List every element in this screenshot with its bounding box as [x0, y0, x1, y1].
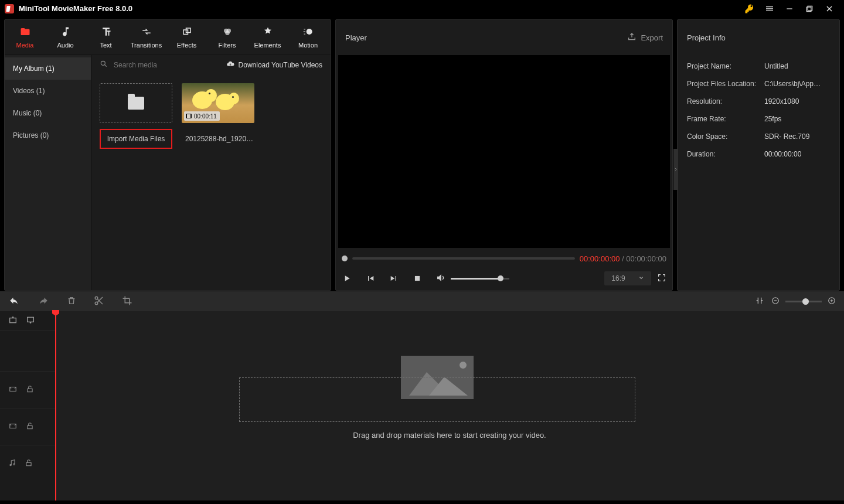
volume-control[interactable]: [435, 273, 509, 285]
transitions-icon: [140, 26, 153, 38]
project-info-body: Project Name:Untitled Project Files Loca…: [678, 55, 839, 165]
project-row: Duration:00:00:00:00: [687, 145, 830, 163]
tab-label: Effects: [177, 42, 196, 49]
aspect-ratio-select[interactable]: 16:9: [604, 271, 651, 285]
zoom-in-button[interactable]: [828, 297, 836, 307]
sidebar-item-videos[interactable]: Videos (1): [5, 80, 91, 102]
overlay-track-icon[interactable]: [8, 422, 18, 432]
media-sidebar: My Album (1) Videos (1) Music (0) Pictur…: [5, 55, 91, 290]
scrub-track[interactable]: [352, 257, 575, 260]
tab-text[interactable]: Text: [86, 20, 126, 55]
svg-rect-29: [26, 462, 31, 465]
tab-audio[interactable]: Audio: [45, 20, 86, 55]
player-scrub[interactable]: 00:00:00:00 / 00:00:00:00: [336, 248, 672, 269]
minimize-icon[interactable]: [780, 0, 799, 17]
project-row: Color Space:SDR- Rec.709: [687, 128, 830, 145]
sidebar-item-myalbum[interactable]: My Album (1): [5, 57, 91, 80]
tab-transitions[interactable]: Transitions: [126, 20, 166, 55]
maximize-icon[interactable]: [799, 0, 819, 17]
menu-icon[interactable]: [760, 0, 780, 17]
svg-rect-23: [10, 387, 16, 391]
audio-track-header: [0, 445, 55, 482]
auto-fit-button[interactable]: [755, 295, 764, 308]
project-info-panel: Project Info Project Name:Untitled Proje…: [677, 19, 840, 291]
svg-rect-11: [304, 33, 305, 35]
sidebar-item-label: My Album (1): [13, 64, 55, 73]
svg-point-8: [306, 29, 312, 35]
svg-point-27: [10, 464, 11, 465]
time-total: 00:00:00:00: [626, 254, 666, 263]
svg-rect-15: [190, 114, 192, 118]
redo-button[interactable]: [38, 295, 49, 308]
media-folder-icon: [19, 26, 32, 38]
zoom-out-button[interactable]: [771, 297, 780, 307]
delete-button[interactable]: [67, 295, 76, 308]
download-youtube-button[interactable]: Download YouTube Videos: [226, 60, 322, 70]
add-track-below-button[interactable]: [26, 315, 35, 326]
sidebar-item-music[interactable]: Music (0): [5, 102, 91, 124]
svg-rect-2: [806, 7, 811, 12]
lock-icon[interactable]: [25, 458, 33, 469]
export-icon: [627, 32, 637, 43]
scrub-handle[interactable]: [342, 256, 348, 261]
project-info-title: Project Info: [687, 33, 726, 42]
play-button[interactable]: [342, 274, 352, 283]
audio-track-icon[interactable]: [8, 458, 16, 469]
timeline-hint: Drag and drop materials here to start cr…: [55, 431, 844, 440]
svg-rect-4: [186, 28, 190, 33]
lock-icon[interactable]: [26, 421, 34, 433]
lock-icon[interactable]: [26, 384, 34, 396]
tab-motion[interactable]: Motion: [288, 20, 328, 55]
upgrade-key-icon[interactable]: [740, 0, 760, 17]
sidebar-item-label: Music (0): [13, 109, 42, 117]
app-logo: [5, 4, 14, 13]
import-media-label: Import Media Files: [100, 129, 172, 149]
clip-duration: 00:00:11: [194, 113, 217, 120]
volume-slider[interactable]: [451, 278, 509, 280]
zoom-slider[interactable]: [785, 301, 822, 302]
folder-icon: [128, 97, 144, 110]
timeline-dropzone[interactable]: [239, 377, 635, 422]
next-frame-button[interactable]: [389, 274, 399, 283]
player-preview[interactable]: [338, 55, 670, 248]
timeline-section: Drag and drop materials here to start cr…: [0, 291, 844, 500]
tab-effects[interactable]: Effects: [166, 20, 207, 55]
media-clip-tile[interactable]: 00:00:11 20125288-hd_1920…: [182, 83, 254, 149]
sidebar-item-label: Videos (1): [13, 87, 45, 95]
playhead[interactable]: [55, 311, 56, 500]
tab-media[interactable]: Media: [5, 20, 45, 55]
prev-frame-button[interactable]: [365, 274, 376, 283]
svg-point-12: [101, 61, 105, 65]
panel-collapse-handle[interactable]: [673, 149, 678, 190]
audio-icon: [59, 26, 72, 38]
undo-button[interactable]: [8, 295, 20, 308]
search-input[interactable]: [114, 61, 220, 69]
overlay-track-header: [0, 408, 55, 445]
stop-button[interactable]: [412, 274, 423, 282]
chevron-down-icon: [638, 274, 644, 282]
tab-elements[interactable]: Elements: [247, 20, 288, 55]
svg-point-18: [95, 302, 98, 305]
timeline-area[interactable]: Drag and drop materials here to start cr…: [55, 311, 844, 500]
split-button[interactable]: [94, 295, 104, 308]
export-button[interactable]: Export: [627, 32, 663, 43]
tab-filters[interactable]: Filters: [207, 20, 247, 55]
add-track-above-button[interactable]: [8, 315, 18, 326]
svg-point-7: [225, 31, 230, 36]
svg-rect-10: [303, 31, 305, 32]
sidebar-item-label: Pictures (0): [13, 131, 49, 139]
import-media-tile[interactable]: Import Media Files: [100, 83, 172, 149]
close-icon[interactable]: [819, 0, 839, 17]
crop-button[interactable]: [122, 295, 132, 308]
svg-rect-16: [415, 276, 420, 281]
motion-icon: [302, 26, 315, 38]
video-track-icon[interactable]: [8, 385, 18, 395]
elements-icon: [261, 26, 274, 38]
sidebar-item-pictures[interactable]: Pictures (0): [5, 124, 91, 147]
filters-icon: [221, 26, 234, 38]
timeline-toolbar: [0, 291, 844, 311]
fullscreen-button[interactable]: [657, 273, 666, 284]
svg-point-20: [829, 297, 835, 304]
effects-icon: [181, 26, 193, 38]
time-current: 00:00:00:00: [580, 254, 620, 263]
